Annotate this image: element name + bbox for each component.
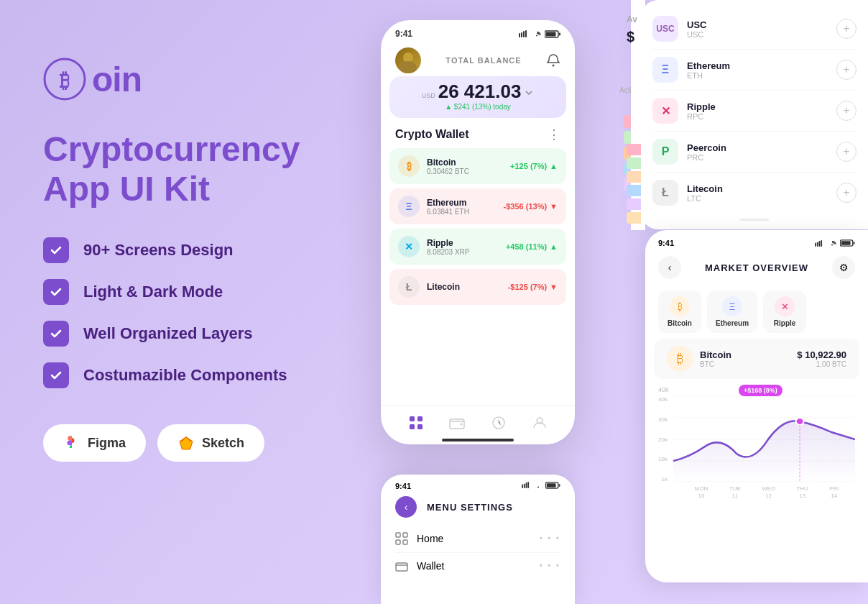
btc-change: +125 (7%) ▲ (510, 162, 558, 170)
x-label-mon: MON10 (695, 485, 708, 499)
xrp-panel-name: Ripple (687, 101, 716, 112)
menu-item-wallet[interactable]: Wallet • • • (395, 553, 560, 579)
menu-home-dots: • • • (540, 534, 560, 544)
add-usc-button[interactable]: + (836, 19, 857, 39)
logo-text: oin (92, 60, 142, 99)
coin-tab-btc[interactable]: ₿ Bitcoin (658, 290, 701, 333)
svg-rect-52 (403, 540, 407, 544)
settings-icon[interactable]: ⚙ (832, 256, 855, 279)
figma-button[interactable]: Figma (43, 424, 146, 462)
crypto-item-eth[interactable]: Ξ Ethereum 6.03841 ETH -$356 (13%) ▼ (389, 188, 566, 224)
svg-rect-50 (403, 533, 407, 537)
crypto-item-btc[interactable]: ₿ Bitcoin 0.30462 BTC +125 (7%) ▲ (389, 148, 566, 184)
svg-rect-29 (821, 240, 822, 247)
nav-profile[interactable] (531, 414, 548, 431)
menu-header: ‹ MENU SETTINGS (381, 493, 575, 525)
feature-screens: 90+ Screens Design (43, 237, 345, 263)
sketch-button[interactable]: Sketch (157, 424, 264, 462)
home-indicator (442, 439, 514, 441)
coin-tab-xrp[interactable]: ✕ Ripple (763, 290, 806, 333)
btc-tab-label: Bitcoin (668, 319, 692, 327)
x-label-fri: FRI14 (829, 485, 839, 499)
svg-rect-21 (417, 424, 423, 429)
balance-dropdown-icon[interactable] (524, 88, 534, 98)
left-section: ₿ oin CryptocurrencyApp UI Kit 90+ Scree… (43, 58, 345, 462)
svg-rect-18 (410, 416, 415, 421)
prc-name: Peercoin (687, 142, 726, 153)
xrp-icon: ✕ (398, 236, 420, 257)
add-eth-button[interactable]: + (836, 60, 857, 80)
svg-rect-53 (396, 563, 407, 571)
svg-rect-41 (522, 485, 523, 488)
eth-panel-icon: Ξ (652, 57, 678, 83)
add-prc-button[interactable]: + (836, 142, 857, 162)
svg-rect-19 (417, 416, 423, 421)
feature-screens-label: 90+ Screens Design (83, 241, 234, 260)
svg-rect-32 (841, 241, 851, 244)
y-axis: 40k 30k 20k 10k 1k (658, 396, 670, 482)
ltc-icon: Ł (398, 276, 420, 298)
xrp-amount: 8.08203 XRP (427, 248, 470, 256)
market-status-icons (815, 239, 855, 247)
svg-rect-26 (815, 242, 816, 246)
add-xrp-button[interactable]: + (836, 101, 857, 121)
btc-detail-name: Bitcoin (700, 349, 731, 360)
nav-wallet[interactable] (448, 414, 466, 431)
menu-items: Home • • • Wallet • • • (381, 525, 575, 579)
feature-layers-label: Well Organized Layers (83, 324, 253, 343)
panel-item-prc[interactable]: P Peercoin PRC + (652, 132, 857, 173)
btc-icon: ₿ (398, 155, 420, 177)
features-list: 90+ Screens Design Light & Dark Mode Wel… (43, 237, 345, 388)
more-options-icon[interactable]: ⋮ (548, 127, 560, 142)
eth-icon: Ξ (398, 196, 420, 217)
xrp-tab-label: Ripple (774, 319, 796, 327)
coin-tab-eth[interactable]: Ξ Ethereum (707, 290, 757, 333)
menu-status-icons (522, 482, 560, 490)
nav-home[interactable] (407, 414, 425, 431)
menu-home-label: Home (417, 533, 443, 544)
prc-icon: P (652, 139, 678, 165)
phone-market: 9:41 ‹ MARKET OVERVIEW ⚙ ₿ Bitcoin Ξ Eth… (645, 230, 868, 582)
btc-name: Bitcoin (427, 157, 469, 168)
feature-components: Costumazible Components (43, 362, 345, 388)
sketch-label: Sketch (202, 436, 244, 451)
eth-amount: 6.03841 ETH (427, 208, 469, 216)
xrp-name: Ripple (427, 238, 470, 248)
crypto-item-ltc[interactable]: Ł Litecoin -$125 (7%) ▼ (389, 269, 566, 305)
chart-area: 40k 40k 30k 20k 10k 1k (645, 379, 868, 499)
wallet-title: Crypto Wallet (395, 128, 469, 141)
menu-item-home[interactable]: Home • • • (395, 525, 560, 553)
svg-point-11 (536, 35, 537, 37)
x-label-wed: WED12 (762, 485, 775, 499)
usc-icon: USC (652, 16, 678, 42)
check-icon-components (43, 362, 69, 388)
svg-rect-28 (819, 240, 821, 246)
panel-item-xrp[interactable]: ✕ Ripple RPC + (652, 91, 857, 132)
eth-name: Ethereum (427, 198, 469, 208)
svg-rect-10 (525, 30, 527, 37)
right-color-bars (627, 144, 641, 224)
y-label-40k: 40k (658, 386, 669, 393)
menu-back-button[interactable]: ‹ (395, 496, 417, 518)
figma-icon (63, 434, 80, 452)
panel-item-ltc[interactable]: Ł Litecoin LTC + (652, 173, 857, 213)
balance-change: ▲ $241 (13%) today (404, 103, 552, 111)
market-back-button[interactable]: ‹ (658, 256, 681, 279)
crypto-item-xrp[interactable]: ✕ Ripple 8.08203 XRP +458 (11%) ▲ (389, 229, 566, 265)
ltc-panel-name: Litecoin (687, 183, 723, 194)
nav-history[interactable] (490, 414, 507, 431)
check-icon-screens (43, 237, 69, 263)
btc-detail-row: ₿ Bitcoin BTC $ 10,922.90 1.00 BTC (654, 339, 859, 379)
x-label-tue: TUE11 (729, 485, 741, 499)
eth-panel-name: Ethereum (687, 60, 730, 71)
phone-header-main: TOTAL BALANCE (381, 42, 575, 76)
panel-item-usc[interactable]: USC USC USC + (652, 9, 857, 50)
notification-icon[interactable] (546, 53, 560, 68)
time-main: 9:41 (395, 29, 412, 39)
market-header: ‹ MARKET OVERVIEW ⚙ (645, 250, 868, 285)
balance-section: USD 26 421.03 ▲ $241 (13%) today (389, 76, 566, 118)
bottom-nav (381, 405, 575, 437)
panel-item-eth[interactable]: Ξ Ethereum ETH + (652, 50, 857, 91)
add-ltc-button[interactable]: + (836, 183, 857, 203)
acti-partial: Acti (619, 86, 641, 94)
